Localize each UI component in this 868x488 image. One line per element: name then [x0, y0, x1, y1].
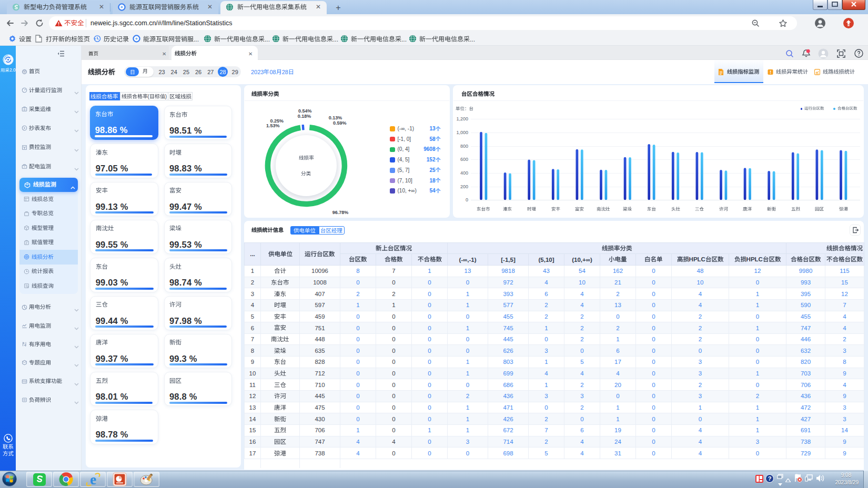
- svg-text:?: ?: [768, 475, 772, 482]
